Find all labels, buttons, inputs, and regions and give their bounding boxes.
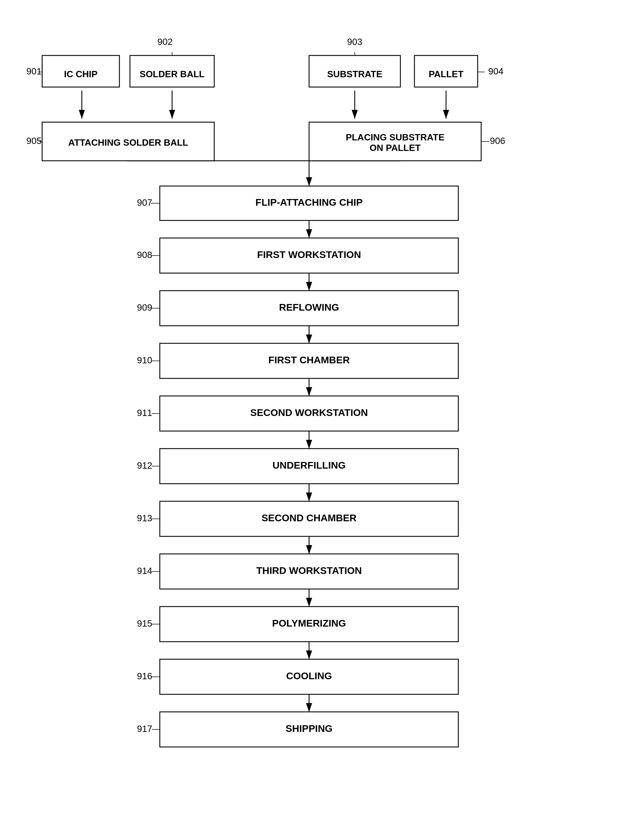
- svg-rect-23: [309, 122, 481, 161]
- svg-text:915: 915: [137, 618, 152, 629]
- svg-rect-20: [309, 55, 400, 87]
- svg-text:911: 911: [137, 408, 152, 418]
- svg-text:914: 914: [137, 566, 152, 576]
- svg-text:SOLDER BALL: SOLDER BALL: [140, 69, 205, 79]
- svg-text:ON PALLET: ON PALLET: [369, 143, 421, 153]
- svg-text:904: 904: [488, 66, 503, 76]
- flowchart: IC CHIP SOLDER BALL SUBSTRATE PALLET ATT…: [0, 0, 622, 49]
- svg-text:917: 917: [137, 723, 152, 734]
- svg-text:902: 902: [157, 37, 172, 47]
- svg-text:903: 903: [347, 37, 362, 47]
- svg-text:PALLET: PALLET: [428, 69, 463, 79]
- svg-rect-26: [160, 291, 458, 326]
- svg-rect-24: [160, 186, 458, 221]
- svg-text:FIRST CHAMBER: FIRST CHAMBER: [268, 355, 350, 365]
- svg-text:901: 901: [26, 66, 41, 76]
- svg-text:PLACING SUBSTRATE: PLACING SUBSTRATE: [346, 132, 444, 143]
- svg-rect-27: [160, 343, 458, 378]
- svg-text:IC CHIP: IC CHIP: [64, 69, 97, 79]
- svg-rect-31: [160, 554, 458, 589]
- svg-text:FIRST WORKSTATION: FIRST WORKSTATION: [257, 249, 361, 260]
- svg-rect-32: [160, 607, 458, 642]
- svg-text:ATTACHING SOLDER BALL: ATTACHING SOLDER BALL: [68, 137, 188, 148]
- svg-rect-18: [42, 55, 119, 87]
- svg-text:909: 909: [137, 302, 152, 313]
- svg-rect-19: [130, 55, 214, 87]
- svg-rect-25: [160, 238, 458, 273]
- svg-text:913: 913: [137, 513, 152, 523]
- svg-text:907: 907: [137, 197, 152, 208]
- svg-text:906: 906: [490, 135, 505, 146]
- svg-text:908: 908: [137, 250, 152, 260]
- svg-text:REFLOWING: REFLOWING: [279, 302, 339, 313]
- svg-text:916: 916: [137, 671, 152, 681]
- svg-rect-30: [160, 501, 458, 536]
- svg-text:SUBSTRATE: SUBSTRATE: [327, 69, 383, 79]
- svg-text:COOLING: COOLING: [286, 670, 332, 681]
- svg-rect-33: [160, 659, 458, 694]
- svg-text:905: 905: [26, 135, 41, 146]
- svg-rect-28: [160, 396, 458, 431]
- svg-text:912: 912: [137, 460, 152, 471]
- svg-text:FLIP-ATTACHING CHIP: FLIP-ATTACHING CHIP: [255, 197, 363, 208]
- svg-rect-29: [160, 449, 458, 484]
- svg-text:POLYMERIZING: POLYMERIZING: [272, 618, 346, 629]
- svg-text:910: 910: [137, 355, 152, 365]
- svg-text:SHIPPING: SHIPPING: [285, 723, 332, 734]
- svg-rect-21: [415, 55, 478, 87]
- svg-text:SECOND WORKSTATION: SECOND WORKSTATION: [250, 407, 368, 418]
- svg-text:THIRD WORKSTATION: THIRD WORKSTATION: [256, 565, 362, 576]
- svg-rect-22: [42, 122, 214, 161]
- svg-text:SECOND CHAMBER: SECOND CHAMBER: [262, 513, 357, 523]
- svg-text:UNDERFILLING: UNDERFILLING: [273, 460, 346, 471]
- svg-rect-34: [160, 712, 458, 747]
